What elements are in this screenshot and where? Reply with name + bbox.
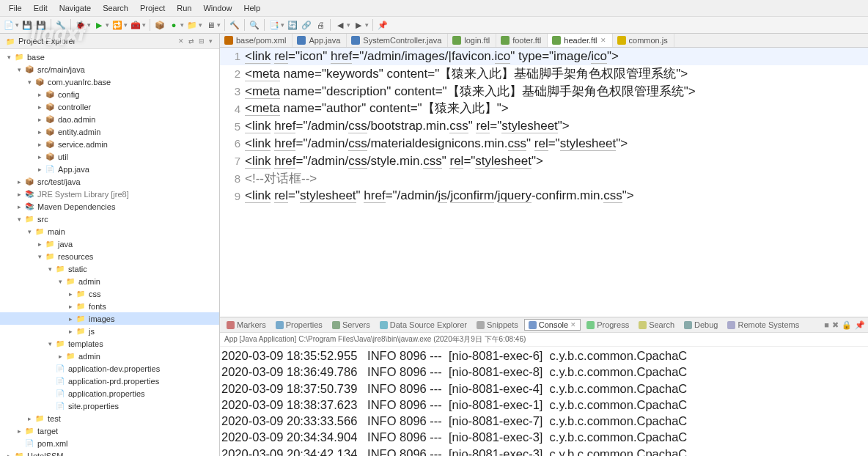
close-icon[interactable]: ✕ xyxy=(600,37,606,44)
bottom-tab-search[interactable]: Search xyxy=(635,320,678,330)
twistie-icon[interactable]: ▾ xyxy=(45,340,54,347)
twistie-icon[interactable]: ▸ xyxy=(66,290,75,298)
code-text[interactable]: <!--对话框--> xyxy=(245,170,868,188)
new-class-icon[interactable]: ● xyxy=(168,19,180,31)
tree-node[interactable]: ▾📁main xyxy=(0,225,219,238)
link-icon[interactable]: 🔗 xyxy=(301,19,312,31)
code-text[interactable]: <meta name="author" content="【猿来入此】"> xyxy=(245,100,868,117)
code-line[interactable]: 1<link rel="icon" href="/admin/images/|f… xyxy=(220,48,868,65)
menu-file[interactable]: File xyxy=(3,1,28,15)
new-server-icon[interactable]: 🖥 xyxy=(205,19,216,31)
twistie-icon[interactable]: ▸ xyxy=(15,203,23,210)
open-type-icon[interactable]: 🔧 xyxy=(55,19,67,31)
menu-project[interactable]: Project xyxy=(134,1,171,15)
tree-node[interactable]: ▾📁static xyxy=(0,262,219,275)
twistie-icon[interactable]: ▸ xyxy=(66,303,75,310)
tree-node[interactable]: ▸📦entity.admin xyxy=(0,125,219,138)
code-text[interactable]: <link href="/admin/css/bootstrap.min.css… xyxy=(245,117,868,135)
run-icon[interactable]: ▶ xyxy=(93,19,105,31)
print-icon[interactable]: 🖨 xyxy=(315,19,326,31)
tree-node[interactable]: ▾📁base xyxy=(0,51,219,63)
tree-node[interactable]: ▾📦src/main/java xyxy=(0,63,219,76)
tree-node[interactable]: ▸📁fonts xyxy=(0,300,219,312)
tree-node[interactable]: 📄application.properties xyxy=(0,387,219,400)
search-icon[interactable]: 🔍 xyxy=(249,19,260,31)
annotations-icon[interactable]: 📑 xyxy=(268,19,280,31)
twistie-icon[interactable]: ▸ xyxy=(4,452,13,457)
refresh-icon[interactable]: 🔄 xyxy=(287,19,298,31)
editor-tab[interactable]: common.js xyxy=(613,34,674,47)
twistie-icon[interactable]: ▾ xyxy=(4,54,13,61)
save-icon[interactable]: 💾 xyxy=(21,19,33,31)
new-package-icon[interactable]: 📦 xyxy=(154,19,166,31)
tree-node[interactable]: ▾📁resources xyxy=(0,250,219,262)
console-output[interactable]: 2020-03-09 18:35:52.955 INFO 8096 --- [n… xyxy=(220,347,868,456)
bottom-tab-progress[interactable]: Progress xyxy=(583,320,633,330)
twistie-icon[interactable]: ▾ xyxy=(25,228,34,235)
scroll-lock-icon[interactable]: 🔒 xyxy=(842,320,852,330)
menu-navigate[interactable]: Navigate xyxy=(54,1,97,15)
tree-node[interactable]: ▸📁images xyxy=(0,312,219,325)
new-folder-icon[interactable]: 📁 xyxy=(186,19,198,31)
tree-node[interactable]: 📄application-dev.properties xyxy=(0,362,219,375)
tree-node[interactable]: ▸📦src/test/java xyxy=(0,175,219,188)
view-menu-icon[interactable]: ▾ xyxy=(207,37,215,45)
link-with-editor-icon[interactable]: ⇄ xyxy=(186,37,196,45)
twistie-icon[interactable]: ▸ xyxy=(35,166,44,173)
editor-tab[interactable]: footer.ftl xyxy=(496,34,548,47)
code-line[interactable]: 7<link href="/admin/css/style.min.css" r… xyxy=(220,152,868,170)
twistie-icon[interactable]: ▸ xyxy=(66,315,75,323)
tree-node[interactable]: ▸📦service.admin xyxy=(0,138,219,150)
twistie-icon[interactable]: ▸ xyxy=(35,91,44,98)
editor-tab[interactable]: login.ftl xyxy=(448,34,496,47)
debug-icon[interactable]: 🐞 xyxy=(75,19,87,31)
twistie-icon[interactable]: ▾ xyxy=(15,216,23,223)
tree-node[interactable]: ▸📁target xyxy=(0,424,219,437)
pin-console-icon[interactable]: 📌 xyxy=(855,320,865,330)
code-line[interactable]: 4<meta name="author" content="【猿来入此】"> xyxy=(220,100,868,117)
tree-node[interactable]: ▾📁templates xyxy=(0,337,219,350)
twistie-icon[interactable]: ▾ xyxy=(35,253,44,260)
bottom-tab-debug[interactable]: Debug xyxy=(680,320,721,330)
twistie-icon[interactable]: ▸ xyxy=(15,191,23,198)
twistie-icon[interactable]: ▸ xyxy=(66,328,75,335)
collapse-all-icon[interactable]: ⊟ xyxy=(196,37,207,45)
tree-node[interactable]: ▸📄App.java xyxy=(0,163,219,175)
tree-node[interactable]: ▸📁admin xyxy=(0,350,219,362)
close-icon[interactable]: ✕ xyxy=(176,37,186,45)
editor-tab[interactable]: base/pom.xml xyxy=(220,34,293,47)
tree-node[interactable]: ▸📁test xyxy=(0,412,219,424)
code-text[interactable]: <meta name="description" content="【猿来入此】… xyxy=(245,83,868,100)
twistie-icon[interactable]: ▸ xyxy=(25,415,34,422)
tree-node[interactable]: ▸📚Maven Dependencies xyxy=(0,200,219,213)
tree-node[interactable]: ▾📁src xyxy=(0,213,219,225)
code-line[interactable]: 5<link href="/admin/css/bootstrap.min.cs… xyxy=(220,117,868,135)
tree-node[interactable]: ▸📦util xyxy=(0,150,219,163)
project-tree[interactable]: ▾📁base▾📦src/main/java▾📦com.yuanlrc.base▸… xyxy=(0,49,219,456)
menu-search[interactable]: Search xyxy=(97,1,134,15)
tree-node[interactable]: 📄pom.xml xyxy=(0,437,219,449)
ext-tools-icon[interactable]: 🧰 xyxy=(130,19,141,31)
editor-tab[interactable]: SystemController.java xyxy=(347,34,448,47)
tree-node[interactable]: ▸📚JRE System Library [jre8] xyxy=(0,188,219,200)
tree-node[interactable]: ▾📦com.yuanlrc.base xyxy=(0,76,219,88)
forward-icon[interactable]: ▶ xyxy=(353,19,364,31)
code-line[interactable]: 6<link href="/admin/css/materialdesignic… xyxy=(220,135,868,152)
code-line[interactable]: 3<meta name="description" content="【猿来入此… xyxy=(220,83,868,100)
twistie-icon[interactable]: ▸ xyxy=(15,178,23,185)
bottom-tab-console[interactable]: Console ✕ xyxy=(524,319,581,331)
menu-edit[interactable]: Edit xyxy=(28,1,54,15)
code-line[interactable]: 8<!--对话框--> xyxy=(220,170,868,188)
run-last-icon[interactable]: 🔁 xyxy=(111,19,123,31)
code-text[interactable]: <link rel="stylesheet" href="/admin/js/j… xyxy=(245,187,868,205)
bottom-tab-properties[interactable]: Properties xyxy=(272,320,326,330)
menu-help[interactable]: Help xyxy=(238,1,267,15)
tree-node[interactable]: ▸📁js xyxy=(0,325,219,337)
menu-window[interactable]: Window xyxy=(197,1,238,15)
code-text[interactable]: <link rel="icon" href="/admin/images/|fa… xyxy=(245,48,868,65)
code-line[interactable]: 2<meta name="keywords" content="【猿来入此】基础… xyxy=(220,65,868,83)
tree-node[interactable]: ▸📁HotelSSM xyxy=(0,449,219,456)
bottom-tab-remote-systems[interactable]: Remote Systems xyxy=(724,320,803,330)
twistie-icon[interactable]: ▸ xyxy=(35,240,44,248)
code-text[interactable]: <link href="/admin/css/materialdesignico… xyxy=(245,135,868,152)
